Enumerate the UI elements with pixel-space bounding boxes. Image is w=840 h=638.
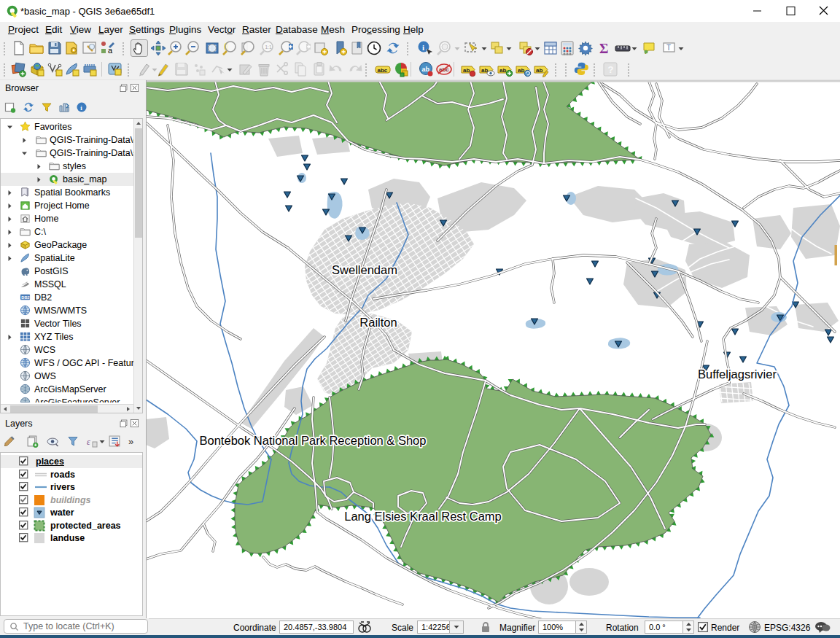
svg-text:Swellendam: Swellendam — [332, 263, 397, 276]
svg-text:DB2: DB2 — [21, 295, 29, 300]
svg-text:abc: abc — [378, 67, 388, 74]
svg-text:Railton: Railton — [359, 316, 397, 329]
svg-text:Bontebok National Park Recepti: Bontebok National Park Reception & Shop — [200, 434, 427, 447]
svg-text:Σ: Σ — [599, 41, 608, 56]
svg-text:1:1: 1:1 — [265, 44, 272, 50]
svg-text:Lang Elsies Kraal Rest Camp: Lang Elsies Kraal Rest Camp — [344, 510, 502, 523]
svg-text:i: i — [422, 43, 424, 52]
svg-text:ab: ab — [536, 67, 542, 74]
svg-text:ab: ab — [463, 67, 470, 74]
svg-text:?: ? — [608, 64, 614, 75]
svg-text:Buffeljagsrivier: Buffeljagsrivier — [698, 367, 777, 381]
svg-text:ab: ab — [518, 67, 524, 74]
svg-text:ab: ab — [499, 67, 506, 74]
svg-text:T: T — [666, 44, 671, 52]
